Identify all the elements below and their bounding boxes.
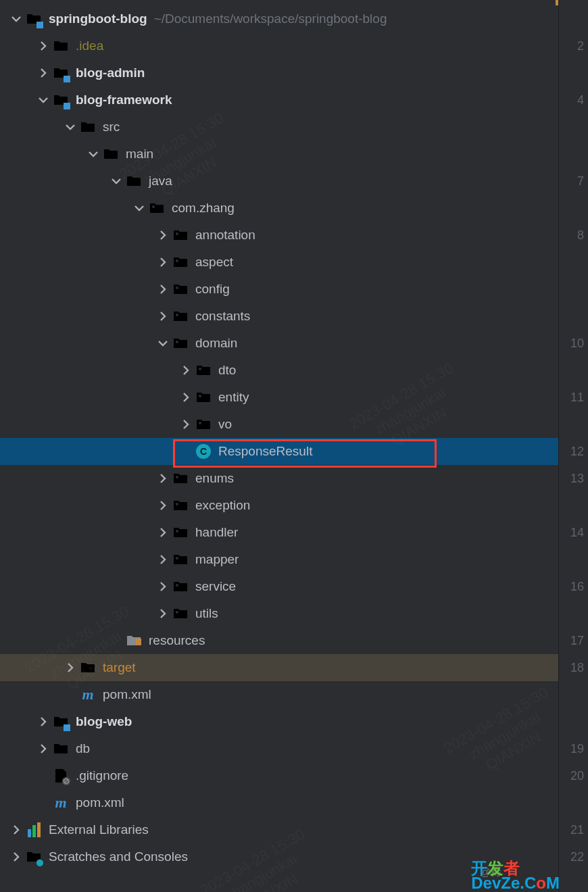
line-number	[559, 681, 588, 708]
chevron-down-icon[interactable]	[64, 120, 77, 134]
line-number: 14	[559, 519, 588, 546]
chevron-down-icon[interactable]	[9, 12, 23, 26]
tree-item-resources[interactable]: resources	[0, 627, 558, 654]
tree-item-blog-framework[interactable]: blog-framework	[0, 86, 558, 114]
tree-item-label: mapper	[195, 552, 239, 567]
chevron-down-icon[interactable]	[132, 201, 146, 215]
chevron-right-icon[interactable]	[64, 661, 77, 674]
editor-gutter: 2478101112131416171819202122	[558, 0, 588, 892]
line-number: 22	[559, 843, 588, 870]
tree-item-enums[interactable]: enums	[0, 465, 558, 492]
package-icon	[172, 551, 189, 568]
tree-item-src[interactable]: src	[0, 114, 558, 141]
line-number: 4	[559, 86, 588, 114]
line-number: 11	[559, 384, 588, 411]
tree-item-constants[interactable]: constants	[0, 303, 558, 330]
package-icon	[172, 524, 189, 541]
line-number	[559, 5, 588, 32]
tree-item-label: constants	[195, 309, 250, 324]
chevron-right-icon[interactable]	[156, 309, 170, 323]
chevron-right-icon[interactable]	[36, 39, 50, 53]
line-number	[559, 600, 588, 627]
chevron-down-icon[interactable]	[87, 147, 100, 161]
tree-item-db[interactable]: db	[0, 735, 558, 762]
tree-item-label: aspect	[195, 255, 233, 270]
scratches-icon	[26, 849, 42, 865]
tree-item-blog-admin[interactable]: blog-admin	[0, 59, 558, 86]
tree-item-package[interactable]: com.zhang	[0, 195, 558, 222]
tree-item-dto[interactable]: dto	[0, 357, 558, 384]
line-number	[559, 195, 588, 222]
svg-rect-0	[136, 639, 137, 645]
tree-item-vo[interactable]: vo	[0, 411, 558, 438]
module-folder-icon	[53, 714, 69, 730]
line-number: 21	[559, 816, 588, 843]
package-icon	[149, 200, 165, 216]
tree-item-gitignore[interactable]: .gitignore	[0, 762, 558, 789]
tree-item-exception[interactable]: exception	[0, 492, 558, 519]
tree-item-blog-web[interactable]: blog-web	[0, 708, 558, 735]
maven-icon: m	[80, 687, 96, 703]
tree-item-label: vo	[218, 417, 232, 432]
tree-item-root[interactable]: springboot-blog ~/Documents/workspace/sp…	[0, 5, 558, 32]
highlight-box	[173, 439, 437, 468]
tree-item-label: pom.xml	[103, 687, 151, 702]
chevron-right-icon[interactable]	[36, 66, 50, 80]
chevron-right-icon[interactable]	[9, 850, 23, 864]
tree-item-mapper[interactable]: mapper	[0, 546, 558, 573]
source-folder-icon	[126, 173, 142, 189]
folder-icon	[53, 38, 69, 54]
line-number: 19	[559, 735, 588, 762]
chevron-right-icon[interactable]	[156, 580, 170, 593]
chevron-right-icon[interactable]	[179, 391, 193, 404]
chevron-right-icon[interactable]	[179, 418, 193, 431]
tree-item-target[interactable]: target	[0, 654, 558, 681]
chevron-right-icon[interactable]	[36, 742, 50, 755]
chevron-right-icon[interactable]	[9, 823, 23, 837]
tree-item-entity[interactable]: entity	[0, 384, 558, 411]
project-tree[interactable]: springboot-blog ~/Documents/workspace/sp…	[0, 0, 558, 892]
chevron-right-icon[interactable]	[36, 715, 50, 728]
tree-item-label: blog-admin	[76, 66, 145, 80]
tree-item-label: src	[103, 120, 120, 134]
line-number: 17	[559, 627, 588, 654]
chevron-right-icon[interactable]	[156, 553, 170, 566]
tree-item-annotation[interactable]: annotation	[0, 222, 558, 249]
root-path: ~/Documents/workspace/springboot-blog	[154, 11, 387, 26]
tree-item-label: db	[76, 741, 90, 756]
tree-item-root-pom[interactable]: m pom.xml	[0, 789, 558, 816]
tree-item-label: .gitignore	[76, 768, 128, 783]
tree-item-label: Scratches and Consoles	[49, 849, 188, 864]
tree-item-label: annotation	[195, 228, 255, 243]
svg-rect-1	[138, 639, 139, 645]
tree-item-label: entity	[218, 390, 249, 405]
tree-item-utils[interactable]: utils	[0, 600, 558, 627]
chevron-right-icon[interactable]	[156, 526, 170, 539]
tree-item-pom-framework[interactable]: m pom.xml	[0, 681, 558, 708]
tree-item-handler[interactable]: handler	[0, 519, 558, 546]
chevron-down-icon[interactable]	[36, 93, 50, 107]
tree-item-idea[interactable]: .idea	[0, 32, 558, 59]
chevron-right-icon[interactable]	[156, 282, 170, 296]
chevron-right-icon[interactable]	[179, 364, 193, 377]
tree-item-service[interactable]: service	[0, 573, 558, 600]
chevron-right-icon[interactable]	[156, 472, 170, 485]
chevron-right-icon[interactable]	[156, 499, 170, 512]
tree-item-aspect[interactable]: aspect	[0, 249, 558, 276]
tree-item-main[interactable]: main	[0, 141, 558, 168]
chevron-right-icon[interactable]	[156, 228, 170, 242]
maven-icon: m	[53, 795, 69, 811]
chevron-down-icon[interactable]	[109, 174, 123, 188]
tree-item-label: blog-framework	[76, 93, 172, 107]
chevron-right-icon[interactable]	[156, 607, 170, 620]
tree-item-config[interactable]: config	[0, 276, 558, 303]
tree-item-java[interactable]: java	[0, 168, 558, 195]
package-icon	[172, 308, 189, 324]
tree-item-domain[interactable]: domain	[0, 330, 558, 357]
chevron-down-icon[interactable]	[156, 337, 170, 350]
package-icon	[172, 227, 189, 243]
tree-item-label: config	[195, 282, 230, 297]
root-name: springboot-blog	[49, 11, 147, 26]
chevron-right-icon[interactable]	[156, 255, 170, 269]
tree-item-external-libraries[interactable]: External Libraries	[0, 816, 558, 843]
